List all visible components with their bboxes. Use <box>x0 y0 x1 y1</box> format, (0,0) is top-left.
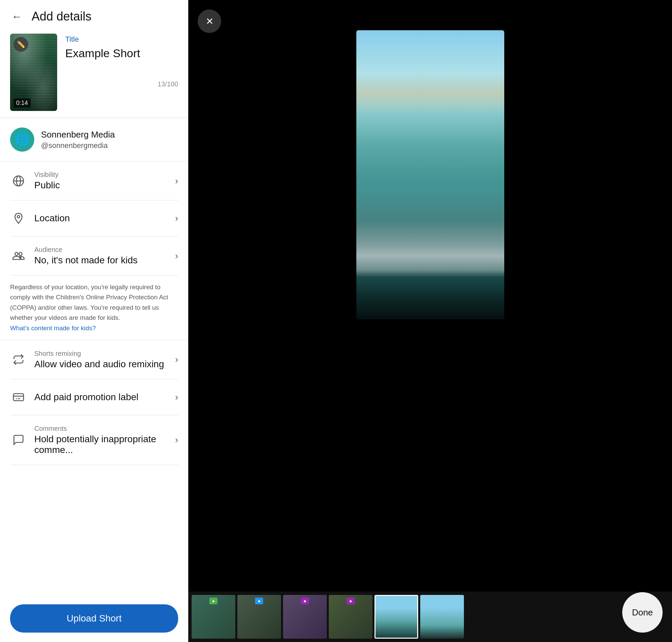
location-content: Location <box>34 213 168 224</box>
video-thumbnail[interactable]: ✏️ 0:14 <box>10 34 57 111</box>
promotion-label: Add paid promotion label <box>34 392 168 402</box>
promotion-icon <box>10 389 27 406</box>
video-title[interactable]: Example Short <box>65 47 178 60</box>
film-frame-4[interactable]: ● <box>329 595 373 639</box>
done-label: Done <box>632 607 653 618</box>
visibility-value: Public <box>34 180 168 191</box>
wave-layer <box>356 178 504 320</box>
globe-icon: 🌐 <box>15 132 30 146</box>
title-label: Title <box>65 35 178 44</box>
remixing-section: Shorts remixing Allow video and audio re… <box>0 341 188 465</box>
frame-bg-6 <box>420 595 464 639</box>
channel-handle: @sonnenbergmedia <box>41 141 115 150</box>
remixing-icon <box>10 351 27 368</box>
location-label: Location <box>34 213 168 224</box>
done-button[interactable]: Done <box>622 592 662 632</box>
video-duration: 0:14 <box>13 99 30 107</box>
comments-chevron: › <box>175 435 178 445</box>
header: ← Add details <box>0 0 188 30</box>
promotion-content: Add paid promotion label <box>34 392 168 402</box>
upload-button[interactable]: Upload Short <box>10 604 178 632</box>
remixing-content: Shorts remixing Allow video and audio re… <box>34 350 168 370</box>
frame-label-4: ● <box>347 598 355 604</box>
visibility-row[interactable]: Visibility Public › <box>10 162 178 201</box>
film-frame-2[interactable]: ● <box>237 595 281 639</box>
audience-sublabel: Audience <box>34 246 168 254</box>
audience-row[interactable]: Audience No, it's not made for kids › <box>10 236 178 275</box>
frame-label-3: ● <box>301 598 309 604</box>
horizon-glow <box>356 74 504 114</box>
film-frame-3[interactable]: ● <box>283 595 327 639</box>
visibility-sublabel: Visibility <box>34 171 168 179</box>
close-button[interactable]: ✕ <box>198 10 221 33</box>
video-preview <box>356 30 504 320</box>
film-strip: ● ● ● ● <box>188 592 672 642</box>
close-icon: ✕ <box>206 16 214 27</box>
film-frame-5[interactable] <box>374 595 418 639</box>
channel-row: 🌐 Sonnenberg Media @sonnenbergmedia <box>0 118 188 162</box>
edit-icon: ✏️ <box>13 37 28 52</box>
coppa-notice: Regardless of your location, you're lega… <box>0 275 188 341</box>
back-button[interactable]: ← <box>10 10 24 23</box>
comments-icon <box>10 432 27 448</box>
svg-rect-4 <box>13 394 24 400</box>
page-title: Add details <box>31 10 91 24</box>
promotion-chevron: › <box>175 392 178 402</box>
upload-section: Upload Short <box>0 595 188 642</box>
location-chevron: › <box>175 213 178 224</box>
char-count: 13/100 <box>158 60 178 88</box>
audience-content: Audience No, it's not made for kids <box>34 246 168 266</box>
remixing-chevron: › <box>175 354 178 365</box>
audience-value: No, it's not made for kids <box>34 255 168 266</box>
frame-label-1: ● <box>209 598 218 604</box>
svg-point-3 <box>17 216 20 218</box>
globe-setting-icon <box>10 172 27 189</box>
location-row[interactable]: Location › <box>10 201 178 236</box>
channel-name: Sonnenberg Media <box>41 129 115 140</box>
visibility-chevron: › <box>175 176 178 186</box>
audience-icon <box>10 247 27 264</box>
audience-chevron: › <box>175 251 178 261</box>
comments-content: Comments Hold potentially inappropriate … <box>34 425 168 455</box>
remixing-row[interactable]: Shorts remixing Allow video and audio re… <box>10 341 178 380</box>
film-frame-6[interactable] <box>420 595 464 639</box>
video-info-section: ✏️ 0:14 Title Example Short 13/100 <box>0 30 188 118</box>
remixing-sublabel: Shorts remixing <box>34 350 168 358</box>
frame-bg-5 <box>375 596 417 638</box>
comments-sublabel: Comments <box>34 425 168 433</box>
location-icon <box>10 210 27 227</box>
visibility-content: Visibility Public <box>34 171 168 191</box>
promotion-row[interactable]: Add paid promotion label › <box>10 380 178 415</box>
right-panel: ✕ ● ● ● ● <box>188 0 672 642</box>
settings-section: Visibility Public › Location › <box>0 162 188 275</box>
frame-label-2: ● <box>255 598 263 604</box>
comments-row[interactable]: Comments Hold potentially inappropriate … <box>10 415 178 465</box>
title-section: Title Example Short 13/100 <box>65 34 178 88</box>
coppa-text: Regardless of your location, you're lega… <box>10 283 168 321</box>
film-frame-1[interactable]: ● <box>192 595 235 639</box>
channel-info: Sonnenberg Media @sonnenbergmedia <box>41 129 115 150</box>
remixing-value: Allow video and audio remixing <box>34 359 168 370</box>
comments-value: Hold potentially inappropriate comme... <box>34 434 168 455</box>
channel-avatar: 🌐 <box>10 127 34 152</box>
left-panel: ← Add details ✏️ 0:14 Title Example Shor… <box>0 0 188 642</box>
coppa-link[interactable]: What's content made for kids? <box>10 324 96 332</box>
